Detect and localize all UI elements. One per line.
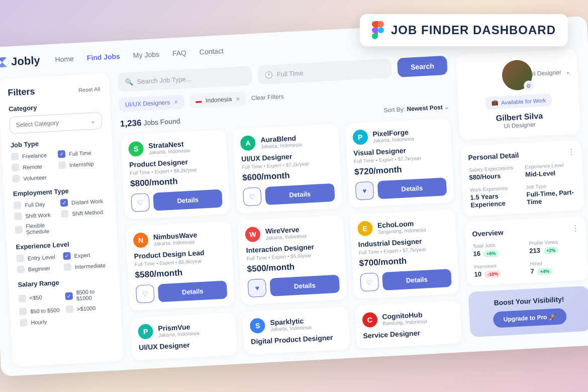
company-logo: C <box>362 312 378 328</box>
job-title: UI/UX Designer <box>139 339 230 351</box>
overview-panel: Overview⋮ Total Jobs16+6% Profile Views2… <box>464 216 588 285</box>
details-button[interactable]: Details <box>153 189 223 211</box>
company-logo: S <box>128 141 144 157</box>
filters-sidebar: Filters Reset All Category Select Catego… <box>0 73 124 366</box>
favorite-button[interactable]: ♡ <box>243 187 262 206</box>
clear-filters-link[interactable]: Clear Filters <box>251 92 284 101</box>
job-title: Service Designer <box>363 327 454 339</box>
checkbox-internship[interactable]: Internship <box>58 159 105 169</box>
checkbox-remote[interactable]: Remote <box>12 161 58 171</box>
profile-column: ⚙ 💼Available for Work Gilbert Silva UI D… <box>456 49 588 343</box>
details-button[interactable]: Details <box>377 177 447 199</box>
checkbox-shift-work[interactable]: Shift Work <box>14 210 60 220</box>
nav-item-find-jobs[interactable]: Find Jobs <box>86 52 120 61</box>
details-button[interactable]: Details <box>270 274 340 296</box>
nav-item-home[interactable]: Home <box>55 54 74 63</box>
time-select[interactable]: 🕐Full Time <box>257 58 392 84</box>
results-count: 1,236 Jobs Found <box>120 116 180 129</box>
close-icon[interactable]: ✕ <box>174 99 179 105</box>
nav-item-my-jobs[interactable]: My Jobs <box>133 50 159 59</box>
checkbox-full-day[interactable]: Full Day <box>14 199 60 209</box>
checkbox-shift-method[interactable]: Shift Method <box>61 208 107 218</box>
boost-card: Boost Your Visibility! Upgrade to Pro 🚀 <box>468 285 588 337</box>
gear-icon[interactable]: ⚙ <box>524 80 534 90</box>
details-button[interactable]: Details <box>382 268 452 290</box>
job-card: EEchoLoomTangerang, IndonesiaIndustrial … <box>350 209 459 299</box>
search-input[interactable]: 🔍Search Job Type... <box>118 66 252 92</box>
search-icon: 🔍 <box>125 77 133 85</box>
job-card: PPixelForgeJakarta, IndonesiaVisual Desi… <box>345 118 454 208</box>
company-logo: P <box>138 324 154 340</box>
checkbox-full-time[interactable]: ✓Full Time <box>58 148 104 158</box>
checkbox--500-to--1000[interactable]: ✓$500 to $1000 <box>65 287 111 302</box>
company-logo: W <box>245 226 261 242</box>
nav-item-contact[interactable]: Contact <box>199 46 224 56</box>
profile-card: ⚙ 💼Available for Work Gilbert Silva UI D… <box>456 49 581 140</box>
checkbox--50-to--500[interactable]: $50 to $500 <box>19 306 65 316</box>
company-logo: N <box>133 232 149 248</box>
main-content: 🔍Search Job Type... 🕐Full Time Search UI… <box>118 55 462 360</box>
filter-tag[interactable]: ▬Indonesia✕ <box>189 91 246 108</box>
checkbox-hourly[interactable]: Hourly <box>20 317 66 327</box>
close-icon[interactable]: ✕ <box>236 95 241 102</box>
checkbox-volunteer[interactable]: Volunteer <box>12 172 58 182</box>
sort-select[interactable]: Sort By: Newest Post ⌄ <box>383 103 449 114</box>
details-button[interactable]: Details <box>158 280 228 302</box>
checkbox-entry-level[interactable]: Entry Level <box>16 252 62 262</box>
personal-detail-panel: Personal Detail⋮ Salary Expectations$80/… <box>460 139 584 216</box>
filter-tag[interactable]: UI/UX Designers✕ <box>119 94 185 112</box>
logo[interactable]: Jobly <box>0 54 40 69</box>
checkbox---50[interactable]: <$50 <box>18 290 64 305</box>
filters-title: Filters <box>8 86 35 98</box>
logo-icon <box>0 57 8 67</box>
job-card: SSparklyticJakarta, IndonesiaDigital Pro… <box>242 306 349 354</box>
job-card: AAuraBlendJakarta, IndonesiaUI/UX Design… <box>233 124 342 214</box>
upgrade-button[interactable]: Upgrade to Pro 🚀 <box>493 308 566 328</box>
company-logo: P <box>352 129 368 145</box>
figma-icon <box>372 21 384 39</box>
job-card: CCognitoHubBandung, IndonesiaService Des… <box>354 301 461 349</box>
job-card: PPrismVueJakarta, IndonesiaUI/UX Designe… <box>130 312 237 360</box>
chevron-down-icon: ⌄ <box>565 68 570 75</box>
more-icon[interactable]: ⋮ <box>571 223 579 233</box>
promo-banner: JOB FINDER DASHBOARD <box>360 14 568 46</box>
category-label: Category <box>9 100 102 113</box>
nav-item-faq[interactable]: FAQ <box>172 48 186 57</box>
favorite-button[interactable]: ♡ <box>360 272 379 291</box>
briefcase-icon: 💼 <box>491 99 499 106</box>
favorite-button[interactable]: ♡ <box>131 193 150 212</box>
job-title: Digital Product Designer <box>251 333 342 345</box>
favorite-button[interactable]: ♡ <box>136 284 155 303</box>
flag-icon: ▬ <box>195 97 202 105</box>
banner-title: JOB FINDER DASHBOARD <box>391 23 556 37</box>
favorite-button[interactable]: ♥ <box>248 278 267 298</box>
reset-all-link[interactable]: Reset All <box>78 85 101 92</box>
checkbox-intermediate[interactable]: Intermediate <box>63 261 110 271</box>
checkbox-expert[interactable]: ✓Expert <box>63 250 109 260</box>
clock-icon: 🕐 <box>265 70 273 78</box>
availability-badge: 💼Available for Work <box>485 93 552 109</box>
job-card: SStrataNestJakarta, IndonesiaProduct Des… <box>121 129 230 219</box>
checkbox-flexible-schedule[interactable]: Flexible Schedule <box>15 221 61 236</box>
details-button[interactable]: Details <box>265 183 335 205</box>
checkbox---1000[interactable]: >$1000 <box>66 303 112 313</box>
job-card: NNimbusWaveJakarta, IndonesiaProduct Des… <box>126 221 235 311</box>
app-window: Jobly HomeFind JobsMy JobsFAQContact UI … <box>0 16 588 376</box>
chevron-down-icon: ⌄ <box>90 117 95 125</box>
search-button[interactable]: Search <box>397 55 448 77</box>
checkbox-beginner[interactable]: Beginner <box>17 263 63 273</box>
company-logo: E <box>357 220 373 236</box>
category-select[interactable]: Select Category ⌄ <box>9 112 103 134</box>
favorite-button[interactable]: ♥ <box>355 181 374 200</box>
checkbox-freelance[interactable]: Freelance <box>11 150 57 160</box>
more-icon[interactable]: ⋮ <box>567 147 575 157</box>
checkbox-distant-work[interactable]: ✓Distant Work <box>60 197 107 207</box>
company-logo: A <box>240 135 256 151</box>
job-card: WWireVerveJakarta, IndonesiaInteraction … <box>238 215 347 305</box>
profile-avatar[interactable]: ⚙ <box>501 59 533 90</box>
company-logo: S <box>250 318 266 334</box>
